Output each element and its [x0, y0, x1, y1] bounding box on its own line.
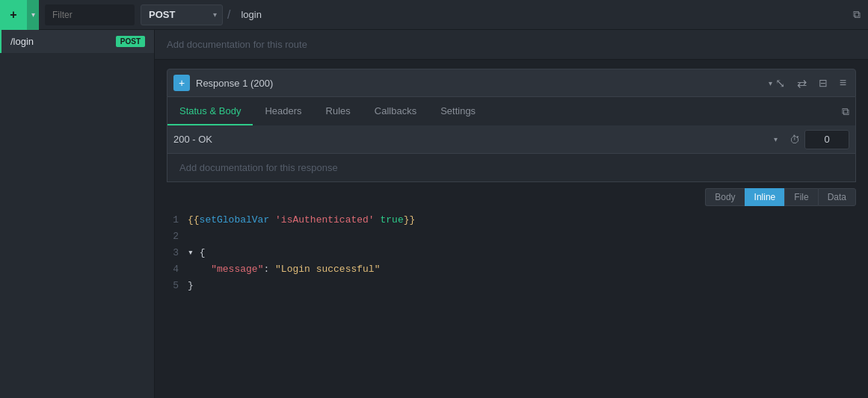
response-header: + Response 1 (200) ▾ ⤡ ⇄ ⊟ ≡ — [167, 69, 856, 97]
status-select-wrap: 200 - OK 201 - Created 400 - Bad Request… — [173, 134, 784, 145]
swap-icon[interactable]: ⇄ — [794, 75, 810, 92]
response-doc-bar[interactable]: Add documentation for this response — [167, 154, 856, 182]
tab-settings[interactable]: Settings — [428, 97, 487, 125]
status-select[interactable]: 200 - OK 201 - Created 400 - Bad Request… — [173, 134, 784, 145]
code-line-4: 4 "message": "Login successful" — [167, 261, 856, 278]
method-select-wrap: POST GET PUT DELETE PATCH ▾ — [141, 4, 223, 25]
code-block: 1 {{setGlobalVar 'isAuthenticated' true}… — [155, 212, 868, 398]
response-header-icons: ⤡ ⇄ ⊟ ≡ — [772, 75, 849, 92]
top-bar: + ▾ POST GET PUT DELETE PATCH ▾ / ⧉ — [0, 0, 868, 30]
tab-headers[interactable]: Headers — [253, 97, 313, 125]
body-type-inline-button[interactable]: Inline — [745, 188, 785, 206]
line-num-1: 1 — [167, 212, 188, 228]
route-doc-placeholder: Add documentation for this route — [167, 39, 307, 50]
url-slash: / — [227, 8, 230, 22]
collapse-icon[interactable]: ⊟ — [816, 75, 831, 90]
expand-icon[interactable]: ⤡ — [772, 75, 788, 92]
route-doc-bar[interactable]: Add documentation for this route — [155, 30, 868, 60]
method-select[interactable]: POST GET PUT DELETE PATCH — [141, 4, 223, 25]
response-title: Response 1 (200) — [196, 78, 769, 89]
add-route-dropdown-button[interactable]: ▾ — [27, 0, 39, 30]
response-section: + Response 1 (200) ▾ ⤡ ⇄ ⊟ ≡ Status & Bo… — [155, 60, 868, 182]
line-num-2: 2 — [167, 228, 188, 245]
content-area: Add documentation for this route + Respo… — [155, 30, 868, 398]
line-content-3: ▾ { — [188, 245, 856, 261]
code-area: Body Inline File Data 1 {{setGlobalVar '… — [155, 182, 868, 398]
line-content-4: "message": "Login successful" — [188, 261, 856, 278]
code-line-5: 5 } — [167, 278, 856, 294]
response-doc-placeholder: Add documentation for this response — [179, 162, 338, 173]
line-content-2 — [188, 228, 856, 245]
code-line-2: 2 — [167, 228, 856, 245]
line-content-1: {{setGlobalVar 'isAuthenticated' true}} — [188, 212, 856, 228]
line-num-5: 5 — [167, 278, 188, 294]
external-link-icon[interactable]: ⧉ — [853, 8, 861, 21]
delay-section: ⏱ — [789, 130, 849, 149]
line-num-3: 3 — [167, 245, 188, 261]
code-line-1: 1 {{setGlobalVar 'isAuthenticated' true}… — [167, 212, 856, 228]
status-bar: 200 - OK 201 - Created 400 - Bad Request… — [167, 125, 856, 154]
clock-icon: ⏱ — [789, 134, 800, 146]
route-name: /login — [10, 36, 34, 47]
filter-input[interactable] — [45, 4, 135, 25]
delay-input[interactable] — [804, 130, 849, 149]
route-method-badge: POST — [116, 36, 145, 47]
code-line-3: 3 ▾ { — [167, 245, 856, 261]
response-tabs-bar: Status & Body Headers Rules Callbacks Se… — [167, 97, 856, 125]
url-input[interactable] — [235, 6, 853, 23]
body-type-data-button[interactable]: Data — [818, 188, 856, 206]
list-icon[interactable]: ≡ — [837, 75, 849, 91]
sidebar: /login POST — [0, 30, 155, 398]
body-type-file-button[interactable]: File — [784, 188, 817, 206]
tab-callbacks[interactable]: Callbacks — [363, 97, 428, 125]
main-layout: /login POST Add documentation for this r… — [0, 30, 868, 398]
sidebar-route-login[interactable]: /login POST — [0, 30, 154, 53]
add-route-button[interactable]: + — [0, 0, 27, 30]
line-content-5: } — [188, 278, 856, 294]
copy-icon[interactable]: ⧉ — [842, 105, 849, 118]
line-num-4: 4 — [167, 261, 188, 278]
tab-rules[interactable]: Rules — [314, 97, 363, 125]
body-type-bar: Body Inline File Data — [155, 182, 868, 212]
tab-status-body[interactable]: Status & Body — [167, 97, 253, 125]
body-type-body-button[interactable]: Body — [705, 188, 744, 206]
response-plus-button[interactable]: + — [173, 75, 190, 91]
